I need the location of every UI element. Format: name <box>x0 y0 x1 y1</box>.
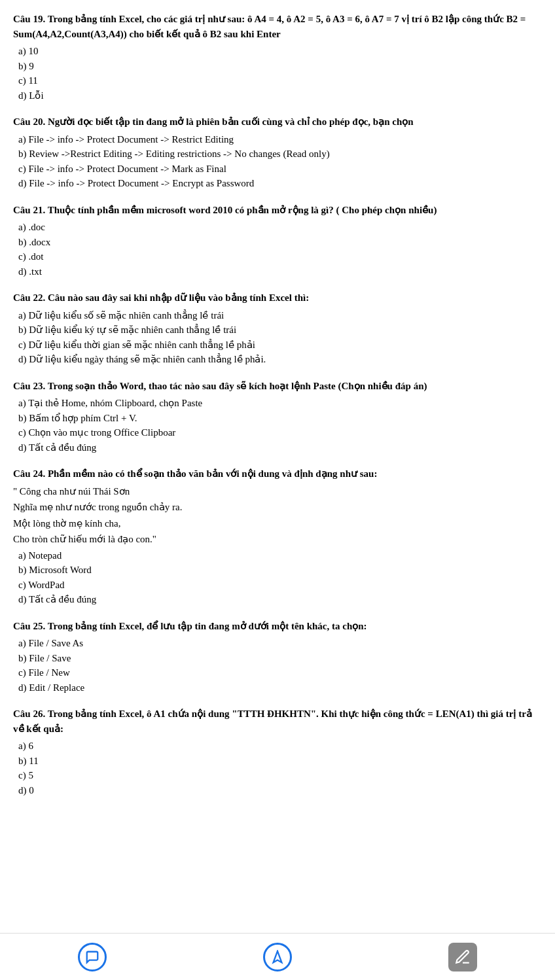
answer-item-q21-3: d) .txt <box>18 264 542 279</box>
question-title-q19: Câu 19. Trong bảng tính Excel, cho các g… <box>13 12 542 41</box>
navigation-button[interactable] <box>251 937 304 977</box>
answer-item-q21-0: a) .doc <box>18 220 542 235</box>
chat-bubble-icon <box>78 943 107 971</box>
answer-item-q20-2: c) File -> info -> Protect Document -> M… <box>18 162 542 177</box>
answer-item-q24-3: d) Tất cả đều đúng <box>18 592 542 607</box>
question-block-q26: Câu 26. Trong bảng tính Excel, ô A1 chứa… <box>13 707 542 797</box>
question-title-q23: Câu 23. Trong soạn thảo Word, thao tác n… <box>13 379 542 394</box>
answer-item-q24-1: b) Microsoft Word <box>18 563 542 578</box>
question-title-q20: Câu 20. Người đọc biết tập tin đang mở l… <box>13 114 542 130</box>
navigation-icon <box>263 943 292 971</box>
answer-item-q26-3: d) 0 <box>18 783 542 798</box>
answer-item-q23-1: b) Bấm tổ hợp phím Ctrl + V. <box>18 411 542 426</box>
answer-item-q23-0: a) Tại thẻ Home, nhóm Clipboard, chọn Pa… <box>18 396 542 411</box>
answer-item-q26-0: a) 6 <box>18 739 542 754</box>
question-block-q20: Câu 20. Người đọc biết tập tin đang mở l… <box>13 114 542 191</box>
question-block-q21: Câu 21. Thuộc tính phần mềm microsoft wo… <box>13 203 542 279</box>
answer-item-q23-3: d) Tất cả đều đúng <box>18 440 542 455</box>
pencil-button[interactable] <box>437 937 489 977</box>
answer-item-q26-2: c) 5 <box>18 768 542 783</box>
answer-item-q25-2: c) File / New <box>18 665 542 680</box>
answer-item-q25-1: b) File / Save <box>18 651 542 666</box>
answer-item-q23-2: c) Chọn vào mục trong Office Clipboar <box>18 425 542 440</box>
answer-item-q25-3: d) Edit / Replace <box>18 680 542 695</box>
poem-line-3: Cho tròn chữ hiếu mới là đạo con." <box>13 532 542 547</box>
answer-item-q25-0: a) File / Save As <box>18 636 542 651</box>
answer-item-q21-1: b) .docx <box>18 235 542 250</box>
answer-item-q22-2: c) Dữ liệu kiểu thời gian sẽ mặc nhiên c… <box>18 338 542 353</box>
answer-item-q21-2: c) .dot <box>18 249 542 264</box>
answer-item-q26-1: b) 11 <box>18 754 542 769</box>
answer-item-q22-0: a) Dữ liệu kiểu số sẽ mặc nhiên canh thẳ… <box>18 308 542 323</box>
question-block-q25: Câu 25. Trong bảng tính Excel, để lưu tậ… <box>13 619 542 695</box>
answer-item-q22-3: d) Dữ liệu kiểu ngày tháng sẽ mặc nhiên … <box>18 352 542 367</box>
answer-item-q19-2: c) 11 <box>18 73 542 88</box>
answer-item-q24-0: a) Notepad <box>18 548 542 563</box>
question-title-q26: Câu 26. Trong bảng tính Excel, ô A1 chứa… <box>13 707 542 736</box>
answer-item-q20-3: d) File -> info -> Protect Document -> E… <box>18 176 542 191</box>
question-block-q23: Câu 23. Trong soạn thảo Word, thao tác n… <box>13 379 542 455</box>
question-block-q24: Câu 24. Phần mềm nào có thể soạn thảo vă… <box>13 466 542 607</box>
bottom-navigation <box>0 933 555 980</box>
chat-button[interactable] <box>66 937 118 977</box>
answer-item-q19-1: b) 9 <box>18 59 542 74</box>
answer-item-q20-0: a) File -> info -> Protect Document -> R… <box>18 132 542 147</box>
poem-line-0: " Công cha như núi Thái Sơn <box>13 484 542 499</box>
question-title-q22: Câu 22. Câu nào sau đây sai khi nhập dữ … <box>13 290 542 306</box>
pencil-icon <box>448 943 477 971</box>
question-title-q21: Câu 21. Thuộc tính phần mềm microsoft wo… <box>13 203 542 218</box>
question-block-q19: Câu 19. Trong bảng tính Excel, cho các g… <box>13 12 542 103</box>
question-block-q22: Câu 22. Câu nào sau đây sai khi nhập dữ … <box>13 290 542 367</box>
answer-item-q19-0: a) 10 <box>18 44 542 59</box>
answer-item-q19-3: d) Lỗi <box>18 88 542 103</box>
answer-item-q20-1: b) Review ->Restrict Editing -> Editing … <box>18 147 542 162</box>
answer-item-q22-1: b) Dữ liệu kiểu ký tự sẽ mặc nhiên canh … <box>18 323 542 338</box>
question-title-q24: Câu 24. Phần mềm nào có thể soạn thảo vă… <box>13 466 542 481</box>
poem-line-1: Nghĩa mẹ như nước trong nguồn chảy ra. <box>13 500 542 515</box>
svg-marker-0 <box>274 951 282 962</box>
question-title-q25: Câu 25. Trong bảng tính Excel, để lưu tậ… <box>13 619 542 634</box>
answer-item-q24-2: c) WordPad <box>18 578 542 593</box>
poem-line-2: Một lòng thờ mẹ kính cha, <box>13 516 542 531</box>
